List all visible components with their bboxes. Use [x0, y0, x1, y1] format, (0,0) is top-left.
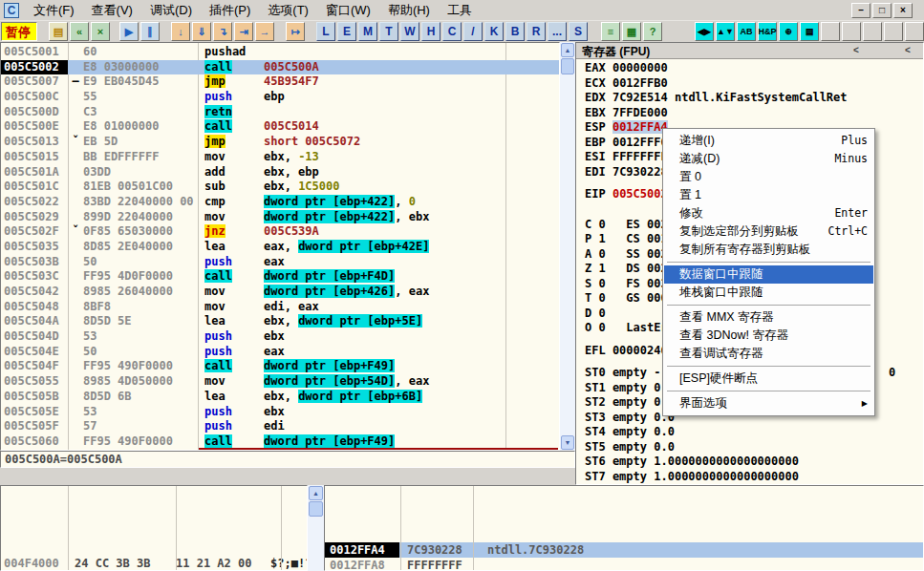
- disasm-row[interactable]: 005C5015BB EDFFFFFFmovebx, -13: [1, 150, 559, 165]
- disasm-row[interactable]: 005C504E50pusheax: [1, 345, 559, 360]
- disasm-row[interactable]: 005C504D53pushebx: [1, 329, 559, 345]
- run-button[interactable]: ▶: [119, 22, 139, 41]
- menu-item[interactable]: 工具: [439, 0, 481, 21]
- context-menu-item[interactable]: 堆栈窗口中跟随: [664, 284, 873, 302]
- disasm-row[interactable]: 005C502283BD 22040000 00cmpdword ptr [eb…: [1, 195, 559, 210]
- hex-dump-panel[interactable]: 004F400024 CC 3B 3B11 21 A2 00$?;■!?004F…: [0, 485, 308, 571]
- log-options-button[interactable]: ≡: [601, 22, 620, 41]
- disasm-row[interactable]: 005C5007–E9 EB045D45jmp45B954F7: [1, 74, 559, 90]
- collapse-right-icon[interactable]: <: [900, 45, 915, 57]
- hex-dump-scrollbar[interactable]: ▲: [308, 485, 324, 571]
- stack-panel[interactable]: 0012FFA47C930228ntdll.7C9302280012FFA8FF…: [324, 485, 924, 571]
- context-menu-item[interactable]: 查看 MMX 寄存器: [664, 308, 873, 327]
- stack-row[interactable]: 0012FFA8FFFFFFFF: [325, 558, 923, 571]
- menu-item[interactable]: 查看(V): [83, 0, 141, 21]
- pause-button[interactable]: ∥: [140, 22, 160, 41]
- collapse-left-icon[interactable]: <: [849, 45, 864, 57]
- context-menu-item[interactable]: 查看 3DNow! 寄存器: [664, 327, 873, 345]
- disasm-row[interactable]: 005C504FFF95 490F0000calldword ptr [ebp+…: [1, 359, 559, 374]
- disasm-row[interactable]: 005C500C55pushebp: [1, 90, 559, 105]
- log-window-button[interactable]: L: [316, 22, 335, 41]
- context-menu-item[interactable]: 数据窗口中跟随: [664, 265, 873, 284]
- executables-window-button[interactable]: E: [337, 22, 356, 41]
- disasm-row[interactable]: 005C500EE8 01000000call005C5014: [1, 119, 559, 135]
- lines-button[interactable]: ▤: [800, 22, 819, 41]
- context-menu-item[interactable]: 置 1: [664, 186, 873, 204]
- disasm-row[interactable]: 005C500160pushad: [1, 45, 559, 60]
- context-menu-item[interactable]: 界面选项▶: [664, 394, 873, 412]
- disassembly-scrollbar[interactable]: ▲ ▼: [560, 42, 575, 451]
- call-stack-window-button[interactable]: K: [484, 22, 504, 41]
- context-menu-item[interactable]: 修改Enter: [664, 204, 873, 222]
- references-window-button[interactable]: R: [526, 22, 546, 41]
- close-button[interactable]: ×: [893, 3, 913, 18]
- hgp-button[interactable]: H&P: [758, 22, 777, 41]
- blank-button[interactable]: [821, 22, 840, 41]
- animate-into-button[interactable]: ↴: [213, 22, 232, 41]
- split-horizontal-button[interactable]: ◀▶: [695, 22, 714, 41]
- dump-row[interactable]: 004F400024 CC 3B 3B11 21 A2 00$?;■!?: [1, 556, 307, 571]
- disasm-row[interactable]: 005C50488BF8movedi, eax: [1, 300, 559, 315]
- menu-item[interactable]: 调试(D): [141, 0, 201, 21]
- stack-row[interactable]: 0012FFA47C930228ntdll.7C930228: [325, 542, 923, 558]
- disasm-row[interactable]: 005C50358D85 2E040000leaeax, dword ptr […: [1, 240, 559, 255]
- handles-window-button[interactable]: H: [421, 22, 441, 41]
- disasm-row[interactable]: 005C505B8D5D 6Bleaebx, dword ptr [ebp+6B…: [1, 390, 559, 405]
- scroll-thumb[interactable]: [309, 501, 323, 517]
- blank-button[interactable]: [863, 22, 882, 41]
- register-row[interactable]: ECX 0012FFB0: [585, 76, 923, 92]
- menu-item[interactable]: 窗口(W): [317, 0, 379, 21]
- fpu-register-row[interactable]: ST7 empty 1.0000000000000000000: [585, 470, 923, 485]
- fpu-register-row[interactable]: ST6 empty 1.0000000000000000000: [585, 455, 923, 470]
- ab-button[interactable]: AB: [737, 22, 756, 41]
- disasm-row[interactable]: 005C501A03DDaddebx, ebp: [1, 165, 559, 180]
- step-over-button[interactable]: ⇓: [192, 22, 211, 41]
- context-menu-item[interactable]: 递减(D)Minus: [664, 150, 873, 168]
- scroll-up-icon[interactable]: ▲: [561, 43, 574, 57]
- disasm-row[interactable]: 005C503CFF95 4D0F0000calldword ptr [ebp+…: [1, 269, 559, 285]
- disasm-row[interactable]: 005C5029899D 22040000movdword ptr [ebp+4…: [1, 210, 559, 225]
- menu-item[interactable]: 文件(F): [25, 0, 83, 21]
- disasm-row[interactable]: 005C5002E8 03000000call005C500A: [1, 60, 559, 75]
- context-menu-item[interactable]: 置 0: [664, 168, 873, 186]
- disasm-row[interactable]: 005C505F57pushedi: [1, 419, 559, 434]
- breakpoints-window-button[interactable]: B: [505, 22, 525, 41]
- disasm-row[interactable]: 005C503B50pusheax: [1, 255, 559, 270]
- crosshair-button[interactable]: ⊕: [779, 22, 798, 41]
- context-menu-item[interactable]: [ESP]硬件断点: [664, 370, 873, 388]
- disasm-row[interactable]: 005C5013ˇEB 5Djmpshort 005C5072: [1, 135, 559, 150]
- blank-button[interactable]: [884, 22, 903, 41]
- menu-item[interactable]: 帮助(H): [379, 0, 439, 21]
- restore-button[interactable]: □: [872, 3, 892, 18]
- disasm-row[interactable]: 005C50558985 4D050000movdword ptr [ebp+5…: [1, 374, 559, 390]
- windows-window-button[interactable]: W: [400, 22, 419, 41]
- threads-window-button[interactable]: T: [379, 22, 398, 41]
- register-row[interactable]: EBX 7FFDE000: [585, 106, 923, 121]
- fpu-register-row[interactable]: ST4 empty 0.0: [585, 425, 923, 440]
- register-row[interactable]: EAX 00000000: [585, 61, 923, 76]
- scroll-up-icon[interactable]: ▲: [309, 486, 323, 500]
- disasm-row[interactable]: 005C502Fˇ0F85 65030000jnz005C539A: [1, 224, 559, 240]
- scroll-thumb[interactable]: [561, 58, 574, 74]
- menu-item[interactable]: 选项(T): [259, 0, 317, 21]
- animate-over-button[interactable]: ⇥: [234, 22, 253, 41]
- disasm-row[interactable]: 005C505E53pushebx: [1, 405, 559, 420]
- context-menu-item[interactable]: 复制所有寄存器到剪贴板: [664, 241, 873, 259]
- minimize-button[interactable]: –: [851, 3, 870, 18]
- disassembly-panel[interactable]: 005C500160pushad005C5002E8 03000000call0…: [0, 42, 560, 451]
- disasm-row[interactable]: 005C500DC3retn: [1, 105, 559, 120]
- run-trace-window-button[interactable]: ...: [548, 22, 567, 41]
- disasm-row[interactable]: 005C50428985 26040000movdword ptr [ebp+4…: [1, 285, 559, 300]
- blank-button[interactable]: [905, 22, 924, 41]
- blank-button[interactable]: [842, 22, 861, 41]
- source-window-button[interactable]: S: [569, 22, 588, 41]
- fpu-register-row[interactable]: ST5 empty 0.0: [585, 440, 923, 455]
- run-to-selection-button[interactable]: →: [255, 22, 274, 41]
- execute-till-return-button[interactable]: ↦: [286, 22, 305, 41]
- cpu-window-button[interactable]: C: [442, 22, 462, 41]
- register-row[interactable]: EDX 7C92E514 ntdll.KiFastSystemCallRet: [585, 91, 923, 106]
- context-menu-item[interactable]: 复制选定部分到剪贴板Ctrl+C: [664, 222, 873, 241]
- disasm-row[interactable]: 005C504A8D5D 5Eleaebx, dword ptr [ebp+5E…: [1, 314, 559, 329]
- step-into-button[interactable]: ↓: [171, 22, 190, 41]
- patches-window-button[interactable]: /: [463, 22, 483, 41]
